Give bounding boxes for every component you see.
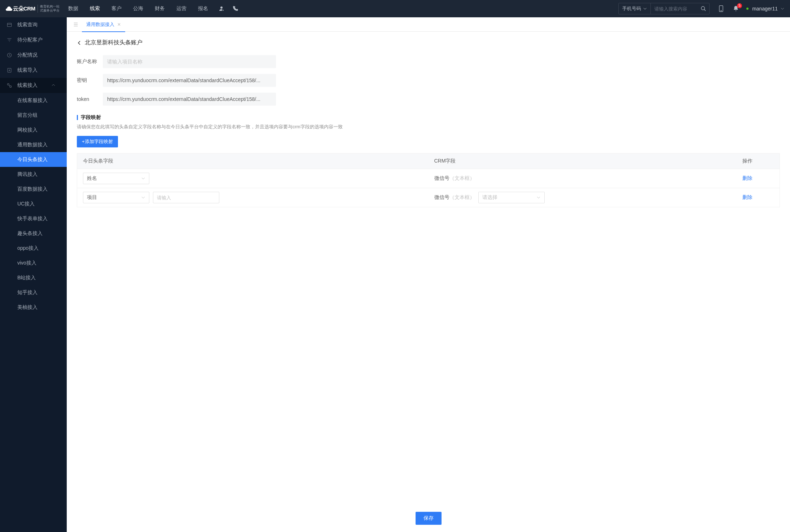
sidebar-sub-0[interactable]: 在线客服接入: [0, 93, 67, 108]
nav-item-6[interactable]: 报名: [198, 1, 208, 16]
nav-item-2[interactable]: 客户: [111, 1, 122, 16]
save-button[interactable]: 保存: [416, 512, 442, 525]
add-mapping-button[interactable]: +添加字段映射: [77, 136, 118, 147]
sidebar: 线索查询待分配客户分配情况线索导入线索接入在线客服接入留言分组网校接入通用数据接…: [0, 17, 67, 532]
user-menu[interactable]: manager11: [746, 6, 784, 12]
sidebar-sub-10[interactable]: oppo接入: [0, 241, 67, 256]
nav-item-1[interactable]: 线索: [90, 1, 100, 16]
mapping-title: 字段映射: [77, 114, 780, 121]
sidebar-sub-12[interactable]: B站接入: [0, 270, 67, 285]
delete-link[interactable]: 删除: [742, 175, 752, 181]
sidebar-sub-5[interactable]: 腾讯接入: [0, 167, 67, 182]
secret-input[interactable]: [103, 74, 276, 87]
col-toutiao: 今日头条字段: [77, 154, 429, 169]
search-button[interactable]: [698, 3, 709, 14]
phone-icon[interactable]: [232, 5, 238, 12]
nav-item-4[interactable]: 财务: [155, 1, 165, 16]
nav-item-5[interactable]: 运营: [176, 1, 186, 16]
svg-rect-5: [7, 23, 11, 27]
collapse-icon[interactable]: [70, 22, 82, 27]
sidebar-sub-1[interactable]: 留言分组: [0, 108, 67, 123]
tab-bar: 通用数据接入✕: [67, 17, 790, 32]
field-select[interactable]: 项目: [83, 192, 149, 203]
sidebar-sub-6[interactable]: 百度数据接入: [0, 182, 67, 196]
logo-subtitle: 教育机构一站式服务云平台: [38, 5, 60, 13]
sidebar-item-3[interactable]: 线索导入: [0, 63, 67, 78]
mobile-icon[interactable]: [718, 5, 724, 12]
tab-general-data[interactable]: 通用数据接入✕: [82, 17, 125, 32]
sidebar-sub-8[interactable]: 快手表单接入: [0, 211, 67, 226]
sidebar-sub-3[interactable]: 通用数据接入: [0, 137, 67, 152]
delete-link[interactable]: 删除: [742, 194, 752, 200]
top-nav: 数据线索客户公海财务运营报名: [68, 1, 208, 16]
svg-point-0: [220, 6, 223, 9]
col-crm: CRM字段: [429, 154, 737, 169]
token-input[interactable]: [103, 93, 276, 106]
mapping-desc: 请确保您在此填写的头条自定义字段名称与在今日头条平台中自定义的字段名称一致，并且…: [77, 124, 780, 130]
col-action: 操作: [737, 154, 780, 169]
sidebar-sub-4[interactable]: 今日头条接入: [0, 152, 67, 167]
sidebar-item-0[interactable]: 线索查询: [0, 17, 67, 32]
sidebar-item-2[interactable]: 分配情况: [0, 48, 67, 63]
nav-item-3[interactable]: 公海: [133, 1, 143, 16]
token-label: token: [77, 96, 103, 102]
sidebar-sub-9[interactable]: 趣头条接入: [0, 226, 67, 241]
sidebar-sub-2[interactable]: 网校接入: [0, 123, 67, 137]
sidebar-sub-13[interactable]: 知乎接入: [0, 285, 67, 300]
nav-item-0[interactable]: 数据: [68, 1, 78, 16]
sidebar-item-1[interactable]: 待分配客户: [0, 32, 67, 48]
account-label: 账户名称: [77, 58, 103, 65]
logo: 云朵CRM 教育机构一站式服务云平台: [6, 5, 60, 13]
sidebar-sub-7[interactable]: UC接入: [0, 196, 67, 211]
svg-point-4: [721, 10, 721, 11]
table-row: 项目微信号（文本框）请选择删除: [77, 188, 780, 207]
search-type-select[interactable]: 手机号码: [619, 3, 650, 14]
main-panel: 通用数据接入✕ 北京昱新科技头条账户 账户名称 密钥 token 字段映射 请确…: [67, 17, 790, 532]
sidebar-sub-11[interactable]: vivo接入: [0, 256, 67, 270]
search-input[interactable]: [651, 3, 698, 14]
status-dot: [746, 8, 749, 10]
search-box: 手机号码: [618, 3, 710, 14]
table-row: 姓名微信号（文本框）删除: [77, 169, 780, 188]
crm-select[interactable]: 请选择: [478, 192, 545, 203]
field-input[interactable]: [153, 192, 219, 203]
content: 北京昱新科技头条账户 账户名称 密钥 token 字段映射 请确保您在此填写的头…: [67, 32, 790, 532]
sidebar-sub-14[interactable]: 美柚接入: [0, 300, 67, 315]
svg-point-2: [701, 6, 705, 10]
user-add-icon[interactable]: [218, 5, 225, 12]
field-select[interactable]: 姓名: [83, 173, 149, 184]
mapping-table: 今日头条字段 CRM字段 操作 姓名微信号（文本框）删除项目微信号（文本框）请选…: [77, 153, 780, 207]
top-header: 云朵CRM 教育机构一站式服务云平台 数据线索客户公海财务运营报名 手机号码 5…: [0, 0, 790, 17]
close-icon[interactable]: ✕: [117, 22, 121, 27]
secret-label: 密钥: [77, 77, 103, 84]
breadcrumb[interactable]: 北京昱新科技头条账户: [77, 39, 780, 46]
logo-mark: 云朵CRM: [6, 5, 35, 12]
sidebar-group-access[interactable]: 线索接入: [0, 78, 67, 93]
account-input[interactable]: [103, 55, 276, 68]
bell-icon[interactable]: 5: [733, 5, 739, 12]
notification-badge: 5: [737, 3, 742, 8]
